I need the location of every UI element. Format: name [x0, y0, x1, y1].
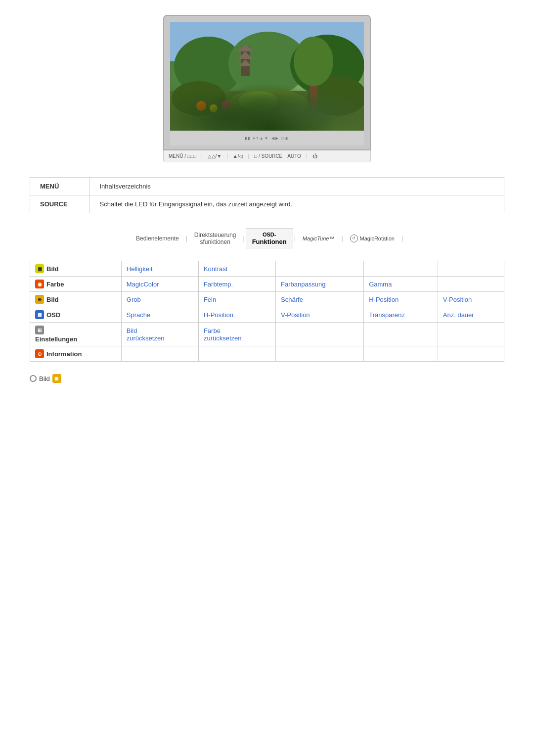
sep-3: | [294, 235, 296, 242]
bild-bottom: Bild ▣ [30, 374, 504, 383]
source-value: Schaltet die LED für Eingangssignal ein,… [89, 195, 504, 213]
tab-magicrotation[interactable]: ↺ MagicRotation [344, 232, 400, 245]
sep-1: | [186, 235, 187, 242]
svg-point-14 [222, 100, 230, 109]
icon-osd: ▦ [35, 310, 44, 319]
cell-info-empty2 [198, 346, 275, 362]
cell-empty2 [364, 261, 438, 277]
monitor-container: ▮▮ AT▲▼ ◀▶ □◉ MENÜ / □□□ | △△/▼ | ▲/◁ | … [163, 15, 371, 162]
table-row: ⊞ Einstellungen Bildzurücksetzen Farbezu… [30, 323, 504, 346]
row-label-osd: ▦ OSD [30, 307, 122, 323]
icon-farbe: ◉ [35, 280, 44, 288]
cell-farbtemp[interactable]: Farbtemp. [198, 277, 275, 292]
nav-tabs: Bedienelemente | Direktsteuerung sfunkti… [30, 228, 504, 248]
monitor-section: ▮▮ AT▲▼ ◀▶ □◉ MENÜ / □□□ | △△/▼ | ▲/◁ | … [30, 15, 504, 162]
ctrl-power: ⏻ [312, 153, 317, 159]
info-row-menu: MENÜ Inhaltsverzeichnis [30, 178, 504, 195]
ctrl-position: ▲/◁ [233, 153, 243, 159]
cell-info-empty5 [438, 346, 504, 362]
table-row: ◉ Farbe MagicColor Farbtemp. Farbanpassu… [30, 277, 504, 292]
bild-orange-icon: ▣ [52, 374, 61, 383]
cell-fein[interactable]: Fein [198, 292, 275, 307]
svg-point-16 [294, 37, 333, 86]
ctrl-auto: AUTO [287, 153, 301, 159]
cell-empty4 [438, 277, 504, 292]
cell-sprache[interactable]: Sprache [121, 307, 198, 323]
row-label-bild1: ▣ Bild [30, 261, 122, 277]
cell-farbanpassung[interactable]: Farbanpassung [276, 277, 364, 292]
icon-bild1: ▣ [35, 264, 44, 273]
cell-anz-dauer[interactable]: Anz. dauer [438, 307, 504, 323]
row-label-einstellungen: ⊞ Einstellungen [30, 323, 122, 346]
svg-rect-15 [310, 61, 317, 111]
svg-point-1 [174, 37, 243, 96]
table-row: ▦ OSD Sprache H-Position V-Position Tran… [30, 307, 504, 323]
svg-point-10 [308, 76, 364, 116]
menu-value: Inhaltsverzeichnis [89, 178, 504, 195]
icon-einstellungen: ⊞ [35, 326, 44, 334]
svg-point-11 [228, 89, 308, 118]
cell-v-position1[interactable]: V-Position [438, 292, 504, 307]
cell-h-position1[interactable]: H-Position [364, 292, 438, 307]
cell-schaerfe[interactable]: Schärfe [276, 292, 364, 307]
cell-empty5 [276, 323, 364, 346]
ctrl-source: □ / SOURCE [254, 153, 282, 159]
sep-4: | [341, 235, 343, 242]
icon-bild2: ⊕ [35, 295, 44, 304]
sep-5: | [401, 235, 403, 242]
row-label-farbe: ◉ Farbe [30, 277, 122, 292]
cell-magiccolor[interactable]: MagicColor [121, 277, 198, 292]
monitor-bottom-bar: ▮▮ AT▲▼ ◀▶ □◉ [170, 131, 364, 145]
cell-empty3 [438, 261, 504, 277]
cell-v-position2[interactable]: V-Position [276, 307, 364, 323]
rotation-icon: ↺ [350, 235, 358, 242]
cell-h-position2[interactable]: H-Position [198, 307, 275, 323]
monitor-body: ▮▮ AT▲▼ ◀▶ □◉ [163, 15, 371, 150]
ctrl-brightness: △△/▼ [208, 153, 222, 159]
row-label-information: ⊙ Information [30, 346, 122, 362]
menu-grid-section: ▣ Bild Helligkeit Kontrast ◉ F [30, 261, 504, 362]
monitor-controls: MENÜ / □□□ | △△/▼ | ▲/◁ | □ / SOURCE AUT… [163, 150, 371, 162]
menu-grid-table: ▣ Bild Helligkeit Kontrast ◉ F [30, 261, 504, 362]
cell-empty7 [438, 323, 504, 346]
cell-empty6 [364, 323, 438, 346]
tab-magictune[interactable]: MagicTune™ [297, 233, 341, 244]
svg-point-9 [172, 81, 226, 116]
sep-2: | [243, 235, 245, 242]
svg-rect-8 [170, 91, 364, 131]
table-row: ⊕ Bild Grob Fein Schärfe H-Position V-Po… [30, 292, 504, 307]
cell-farbe-zuruecksetzen[interactable]: Farbezurücksetzen [198, 323, 275, 346]
bild-circle-icon [30, 375, 37, 382]
svg-point-13 [210, 104, 218, 112]
row-label-bild2: ⊕ Bild [30, 292, 122, 307]
cell-kontrast[interactable]: Kontrast [198, 261, 275, 277]
cell-gamma[interactable]: Gamma [364, 277, 438, 292]
info-section: MENÜ Inhaltsverzeichnis SOURCE Schaltet … [30, 177, 504, 213]
svg-point-12 [196, 101, 206, 111]
information-label: Information [46, 350, 82, 358]
cell-grob[interactable]: Grob [121, 292, 198, 307]
menu-label: MENÜ [30, 178, 89, 195]
ctrl-menu: MENÜ / □□□ [169, 153, 196, 159]
tab-bedienelemente[interactable]: Bedienelemente [130, 233, 185, 244]
info-row-source: SOURCE Schaltet die LED für Eingangssign… [30, 195, 504, 213]
bild-bottom-label: Bild [39, 375, 50, 382]
cell-helligkeit[interactable]: Helligkeit [121, 261, 198, 277]
table-row: ⊙ Information [30, 346, 504, 362]
svg-point-17 [238, 91, 278, 111]
source-label: SOURCE [30, 195, 89, 213]
cell-empty1 [276, 261, 364, 277]
table-row: ▣ Bild Helligkeit Kontrast [30, 261, 504, 277]
icon-information: ⊙ [35, 349, 44, 358]
cell-bild-zuruecksetzen[interactable]: Bildzurücksetzen [121, 323, 198, 346]
monitor-screen [170, 22, 364, 131]
tab-direktsteuerung[interactable]: Direktsteuerung sfunktionen [188, 229, 242, 248]
tab-osd[interactable]: OSD- Funktionen [246, 228, 293, 248]
cell-transparenz[interactable]: Transparenz [364, 307, 438, 323]
cell-info-empty4 [364, 346, 438, 362]
cell-info-empty1 [121, 346, 198, 362]
cell-info-empty3 [276, 346, 364, 362]
